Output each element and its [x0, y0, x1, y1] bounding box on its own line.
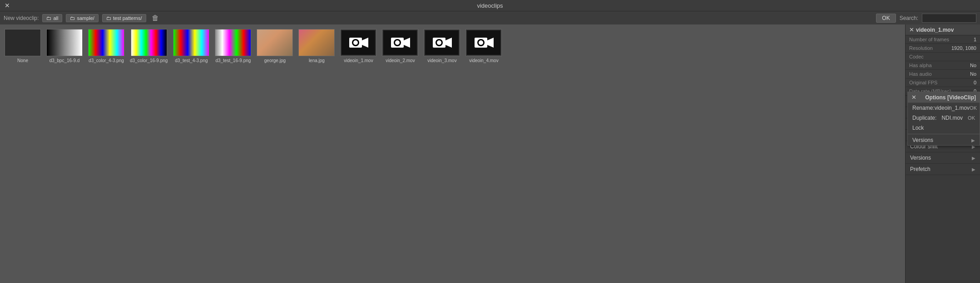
all-button-label: all	[53, 15, 58, 21]
clip-thumb-george	[257, 29, 293, 56]
info-row-hasaudio: Has audio No	[906, 70, 980, 78]
clip-thumb-videoin1	[340, 29, 376, 56]
window-close-button[interactable]: ✕	[4, 2, 11, 9]
clip-item-george[interactable]: george.jpg	[257, 29, 293, 63]
context-close-button[interactable]: ✕	[911, 94, 916, 101]
clip-item-test43[interactable]: d3_test_4-3.png	[173, 29, 209, 63]
window-title: videoclips	[477, 2, 503, 9]
duplicate-value: NDI.mov	[941, 115, 963, 121]
info-panel-title: videoin_1.mov	[916, 27, 954, 33]
clip-label-lena: lena.jpg	[309, 58, 325, 63]
clip-item-videoin4[interactable]: videoin_4.mov	[465, 29, 502, 63]
clip-thumb-videoin4	[465, 29, 502, 56]
context-item-rename[interactable]: Rename: videoin_1.mov OK	[908, 103, 980, 113]
clip-label-videoin1: videoin_1.mov	[344, 58, 373, 63]
svg-marker-11	[445, 38, 452, 48]
clip-thumb-bpc	[46, 29, 83, 56]
clip-item-none[interactable]: None	[5, 29, 41, 63]
context-item-duplicate[interactable]: Duplicate: NDI.mov OK	[908, 113, 980, 123]
clip-thumb-videoin2	[382, 29, 418, 56]
all-button[interactable]: 🗀 all	[42, 14, 62, 22]
clip-grid: None d3_bpc_16-9.d d3_color_4-3.png d3_c…	[0, 24, 905, 283]
svg-marker-7	[404, 38, 410, 48]
svg-point-14	[479, 40, 483, 45]
search-label: Search:	[900, 15, 918, 21]
clip-item-color169[interactable]: d3_color_16-9.png	[130, 29, 168, 63]
clip-label-test169: d3_test_16-9.png	[215, 58, 251, 63]
fps-value: 0	[974, 80, 976, 85]
clip-label-videoin3: videoin_3.mov	[427, 58, 456, 63]
clip-label-color169: d3_color_16-9.png	[130, 58, 168, 63]
frames-label: Number of frames	[909, 37, 949, 42]
context-menu-title: Options [VideoClip]	[925, 94, 976, 101]
duplicate-label: Duplicate:	[912, 115, 936, 121]
clip-label-george: george.jpg	[264, 58, 286, 63]
clip-item-videoin1[interactable]: videoin_1.mov	[340, 29, 376, 63]
test-patterns-button[interactable]: 🗀 test patterns/	[102, 14, 146, 22]
menu-versions-arrow: ▶	[972, 156, 975, 161]
menu-item-prefetch[interactable]: Prefetch ▶	[906, 164, 980, 175]
hasaudio-value: No	[970, 71, 976, 77]
ok-button[interactable]: OK	[876, 14, 896, 23]
hasaudio-label: Has audio	[909, 71, 932, 77]
versions-arrow: ▶	[971, 138, 975, 143]
folder-icon: 🗀	[46, 15, 51, 21]
clip-thumb-color169	[131, 29, 167, 56]
resolution-value: 1920, 1080	[951, 45, 976, 51]
clip-item-bpc[interactable]: d3_bpc_16-9.d	[46, 29, 83, 63]
menu-prefetch-label: Prefetch	[910, 166, 931, 172]
clip-thumb-test43	[173, 29, 209, 56]
rename-ok[interactable]: OK	[970, 105, 977, 111]
context-item-lock[interactable]: Lock	[908, 123, 980, 133]
rename-label: Rename:	[912, 105, 935, 111]
clip-thumb-test169	[215, 29, 251, 56]
delete-button[interactable]: 🗑	[152, 14, 159, 22]
clip-item-lena[interactable]: lena.jpg	[298, 29, 335, 63]
versions-label: Versions	[912, 137, 933, 143]
camera-icon-3	[432, 35, 452, 50]
clip-label-none: None	[17, 58, 28, 63]
info-panel: ✕ videoin_1.mov Number of frames 1 Resol…	[905, 24, 980, 283]
sample-button[interactable]: 🗀 sample/	[66, 14, 99, 22]
camera-icon-4	[474, 35, 494, 50]
context-menu-header: ✕ Options [VideoClip]	[908, 92, 980, 103]
camera-icon-2	[390, 35, 410, 50]
clip-item-videoin2[interactable]: videoin_2.mov	[382, 29, 418, 63]
folder-icon-test: 🗀	[106, 15, 111, 21]
duplicate-ok[interactable]: OK	[968, 115, 975, 121]
folder-icon-sample: 🗀	[70, 15, 75, 21]
clip-thumb-color43	[88, 29, 124, 56]
info-row-frames: Number of frames 1	[906, 35, 980, 44]
right-panels: ✕ videoin_1.mov Number of frames 1 Resol…	[905, 24, 980, 283]
menu-item-versions[interactable]: Versions ▶	[906, 152, 980, 164]
toolbar: New videoclip: 🗀 all 🗀 sample/ 🗀 test pa…	[0, 11, 980, 24]
info-close-button[interactable]: ✕	[909, 26, 914, 33]
clip-label-videoin4: videoin_4.mov	[469, 58, 498, 63]
clip-label-bpc: d3_bpc_16-9.d	[49, 58, 80, 63]
context-divider	[908, 134, 980, 134]
clip-item-videoin3[interactable]: videoin_3.mov	[424, 29, 460, 63]
main-area: None d3_bpc_16-9.d d3_color_4-3.png d3_c…	[0, 24, 980, 283]
fps-label: Original FPS	[909, 80, 937, 85]
title-bar: ✕ videoclips	[0, 0, 980, 11]
camera-icon	[348, 35, 368, 50]
context-item-versions[interactable]: Versions ▶	[908, 135, 980, 145]
svg-marker-3	[362, 38, 368, 48]
info-row-resolution: Resolution 1920, 1080	[906, 44, 980, 53]
info-row-fps: Original FPS 0	[906, 78, 980, 87]
svg-point-6	[395, 40, 400, 45]
menu-prefetch-arrow: ▶	[972, 167, 975, 172]
hasalpha-label: Has alpha	[909, 63, 932, 68]
clip-label-test43: d3_test_4-3.png	[175, 58, 208, 63]
clip-thumb-none	[5, 29, 41, 56]
sample-button-label: sample/	[77, 15, 94, 21]
search-input[interactable]	[922, 14, 976, 23]
rename-value: videoin_1.mov	[935, 105, 970, 111]
clip-thumb-lena	[298, 29, 335, 56]
clip-label-videoin2: videoin_2.mov	[386, 58, 415, 63]
clip-item-test169[interactable]: d3_test_16-9.png	[215, 29, 251, 63]
new-clip-label: New videoclip:	[4, 15, 39, 21]
clip-item-color43[interactable]: d3_color_4-3.png	[88, 29, 124, 63]
svg-point-2	[353, 40, 358, 45]
lock-label: Lock	[912, 125, 924, 131]
